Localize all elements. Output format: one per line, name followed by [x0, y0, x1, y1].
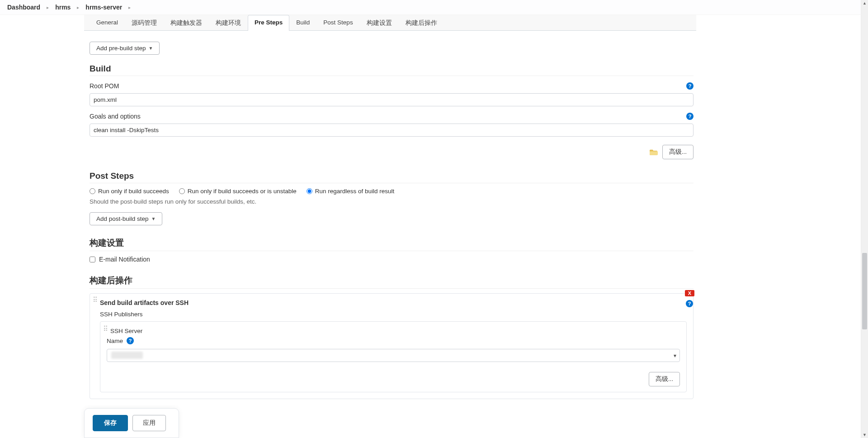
chevron-right-icon: ▸: [77, 5, 79, 10]
breadcrumb-item-2[interactable]: hrms-server: [85, 4, 122, 11]
radio-label: Run regardless of build result: [315, 188, 395, 195]
folder-icon: [650, 149, 658, 155]
scroll-track[interactable]: [861, 6, 868, 432]
radio-label: Run only if build succeeds or is unstabl…: [188, 188, 297, 195]
radio-run-regardless[interactable]: Run regardless of build result: [307, 188, 395, 195]
caret-down-icon: ▼: [149, 46, 153, 51]
button-label: Add pre-build step: [96, 45, 146, 52]
radio-input[interactable]: [179, 188, 185, 194]
tab-scm[interactable]: 源码管理: [125, 15, 164, 31]
advanced-button[interactable]: 高级...: [649, 372, 680, 386]
section-post-build-actions-heading: 构建后操作: [90, 275, 693, 289]
goals-input[interactable]: [90, 124, 693, 137]
button-label: 保存: [104, 419, 117, 427]
help-icon[interactable]: ?: [686, 113, 693, 120]
tab-general[interactable]: General: [90, 15, 125, 31]
scroll-up-arrow-icon[interactable]: ▲: [861, 0, 868, 6]
post-steps-hint: Should the post-build steps run only for…: [90, 198, 693, 205]
tab-build-settings[interactable]: 构建设置: [360, 15, 399, 31]
email-notification-label: E-mail Notification: [99, 256, 150, 263]
help-icon[interactable]: ?: [127, 337, 134, 344]
radio-input[interactable]: [90, 188, 95, 194]
breadcrumb-item-0[interactable]: Dashboard: [7, 4, 40, 11]
help-icon[interactable]: ?: [686, 82, 693, 90]
button-label: 应用: [143, 419, 156, 427]
tab-triggers[interactable]: 构建触发器: [164, 15, 209, 31]
add-pre-build-step-button[interactable]: Add pre-build step ▼: [90, 42, 160, 55]
goals-label: Goals and options: [90, 113, 141, 120]
section-build-heading: Build: [90, 64, 693, 76]
ssh-publishers-label: SSH Publishers: [100, 311, 687, 318]
chevron-right-icon: ▸: [128, 5, 131, 10]
button-label: 高级...: [656, 375, 673, 383]
save-button[interactable]: 保存: [93, 415, 128, 431]
post-steps-radio-group: Run only if build succeeds Run only if b…: [90, 188, 693, 195]
tab-post-steps[interactable]: Post Steps: [316, 15, 359, 31]
email-notification-checkbox-row[interactable]: E-mail Notification: [90, 256, 693, 263]
ssh-publish-block: X ⠿ Send build artifacts over SSH ? SSH …: [90, 293, 693, 399]
breadcrumb: Dashboard ▸ hrms ▸ hrms-server ▸: [0, 0, 868, 15]
ssh-server-label: SSH Server: [110, 328, 142, 334]
button-label: Add post-build step: [96, 215, 149, 222]
save-apply-bar: 保存 应用: [84, 408, 179, 438]
button-label: 高级...: [669, 148, 687, 156]
delete-block-button[interactable]: X: [685, 290, 694, 296]
apply-button[interactable]: 应用: [132, 415, 166, 431]
ssh-server-name-select[interactable]: [107, 349, 680, 362]
radio-run-on-success[interactable]: Run only if build succeeds: [90, 188, 169, 195]
section-post-steps-heading: Post Steps: [90, 171, 693, 183]
tab-post-build-actions[interactable]: 构建后操作: [399, 15, 444, 31]
tab-env[interactable]: 构建环境: [209, 15, 248, 31]
ssh-server-block: ⠿ SSH Server Name ?: [100, 321, 687, 392]
drag-handle-icon[interactable]: ⠿: [93, 298, 96, 305]
vertical-scrollbar[interactable]: ▲ ▼: [861, 0, 868, 438]
breadcrumb-item-1[interactable]: hrms: [55, 4, 71, 11]
scroll-down-arrow-icon[interactable]: ▼: [861, 432, 868, 438]
tab-pre-steps[interactable]: Pre Steps: [248, 15, 289, 31]
chevron-right-icon: ▸: [47, 5, 49, 10]
scroll-thumb[interactable]: [862, 253, 867, 329]
email-notification-checkbox[interactable]: [90, 257, 95, 262]
caret-down-icon: ▼: [151, 216, 156, 221]
config-tabs: General 源码管理 构建触发器 构建环境 Pre Steps Build …: [84, 15, 696, 31]
root-pom-input[interactable]: [90, 93, 693, 106]
radio-label: Run only if build succeeds: [98, 188, 169, 195]
ssh-name-label: Name: [107, 338, 123, 344]
add-post-build-step-button[interactable]: Add post-build step ▼: [90, 212, 162, 225]
radio-run-on-success-or-unstable[interactable]: Run only if build succeeds or is unstabl…: [179, 188, 297, 195]
help-icon[interactable]: ?: [686, 300, 693, 307]
drag-handle-icon[interactable]: ⠿: [103, 327, 107, 333]
redacted-value: [111, 352, 143, 359]
tab-build[interactable]: Build: [289, 15, 316, 31]
ssh-block-title: Send build artifacts over SSH: [100, 299, 189, 306]
radio-input[interactable]: [307, 188, 312, 194]
advanced-button[interactable]: 高级...: [662, 145, 693, 159]
section-build-settings-heading: 构建设置: [90, 237, 693, 251]
root-pom-label: Root POM: [90, 82, 119, 90]
